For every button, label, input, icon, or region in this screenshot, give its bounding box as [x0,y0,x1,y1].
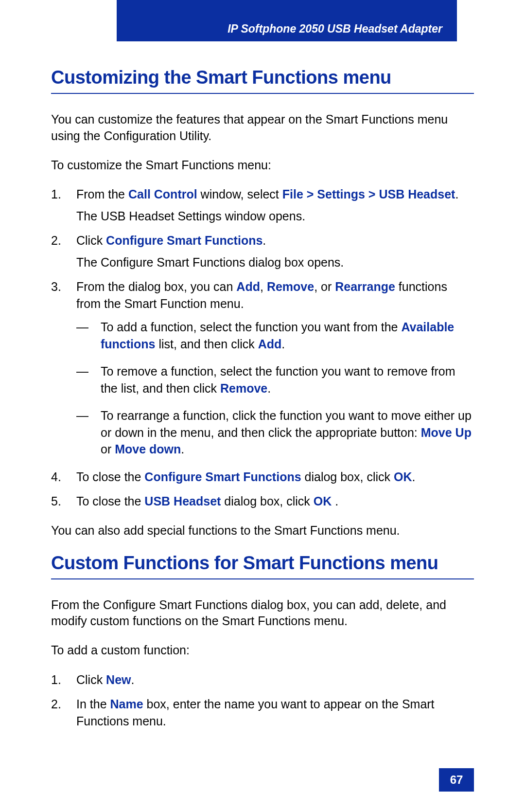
text: To add a function, select the function y… [101,320,401,334]
step-4: To close the Configure Smart Functions d… [51,469,474,486]
ui-term: Add [236,280,260,293]
header-band: IP Softphone 2050 USB Headset Adapter [117,0,457,41]
text: dialog box, click [221,494,313,508]
text: . [262,234,266,247]
text: . [412,470,415,484]
ui-term: Name [110,697,143,711]
ui-term: File > Settings > USB Headset [282,187,455,201]
section2-lead: To add a custom function: [51,642,474,659]
ui-term: Configure Smart Functions [106,234,262,247]
sub-dash-list: To add a function, select the function y… [76,319,474,458]
ui-term: New [106,673,131,686]
lead-paragraph: To customize the Smart Functions menu: [51,157,474,174]
text: , or [314,280,335,293]
text: From the [76,187,128,201]
text: , [260,280,267,293]
text: From the dialog box, you can [76,280,236,293]
ui-term: Call Control [128,187,197,201]
ui-term: OK [394,470,412,484]
section2-intro: From the Configure Smart Functions dialo… [51,597,474,630]
text: To close the [76,494,144,508]
step-1: From the Call Control window, select Fil… [51,186,474,224]
text: Click [76,673,106,686]
text: . [181,442,184,456]
text: Click [76,234,106,247]
step-1-sub: The USB Headset Settings window opens. [76,208,474,225]
section-heading-custom-functions: Custom Functions for Smart Functions men… [51,553,474,579]
ui-term: Move Up [421,426,472,439]
page-number: 67 [450,773,463,787]
section2-steps: Click New. In the Name box, enter the na… [51,671,474,730]
text: . [455,187,458,201]
step-2-sub: The Configure Smart Functions dialog box… [76,254,474,271]
step-3: From the dialog box, you can Add, Remove… [51,278,474,458]
dash-item-add: To add a function, select the function y… [76,319,474,352]
text: To remove a function, select the functio… [101,364,455,395]
closing-paragraph: You can also add special functions to th… [51,523,474,539]
text: . [281,337,285,351]
text: . [332,494,338,508]
text: window, select [197,187,282,201]
text: list, and then click [156,337,258,351]
ui-term: Add [258,337,282,351]
ui-term: USB Headset [144,494,221,508]
text: dialog box, click [301,470,394,484]
page-number-box: 67 [439,768,474,792]
text: or [101,442,115,456]
s2-step-1: Click New. [51,671,474,688]
dash-item-remove: To remove a function, select the functio… [76,363,474,397]
dash-item-rearrange: To rearrange a function, click the funct… [76,407,474,458]
s2-step-2: In the Name box, enter the name you want… [51,696,474,729]
steps-list: From the Call Control window, select Fil… [51,186,474,510]
step-5: To close the USB Headset dialog box, cli… [51,493,474,510]
ui-term: Rearrange [335,280,395,293]
intro-paragraph: You can customize the features that appe… [51,111,474,144]
ui-term: Configure Smart Functions [144,470,301,484]
text: To close the [76,470,144,484]
step-2: Click Configure Smart Functions. The Con… [51,232,474,271]
text: In the [76,697,110,711]
ui-term: Move down [115,442,181,456]
text: To rearrange a function, click the funct… [101,409,472,439]
page-content: Customizing the Smart Functions menu You… [51,54,474,737]
ui-term: Remove [220,381,267,395]
section-heading-customizing: Customizing the Smart Functions menu [51,67,474,94]
header-title: IP Softphone 2050 USB Headset Adapter [228,22,442,36]
text: . [131,673,135,686]
ui-term: OK [314,494,332,508]
text: . [267,381,271,395]
ui-term: Remove [267,280,314,293]
